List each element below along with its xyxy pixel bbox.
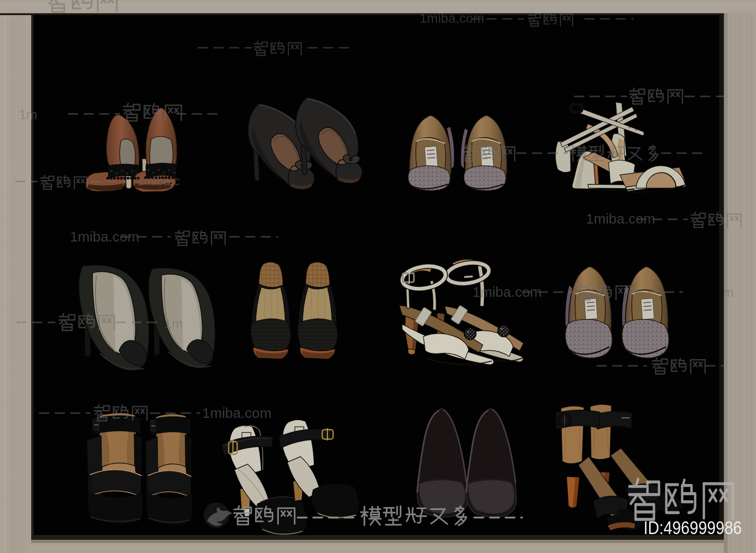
- svg-text:1miba.com: 1miba.com: [202, 405, 272, 421]
- svg-text:1m: 1m: [19, 107, 37, 122]
- svg-text:m: m: [723, 285, 734, 300]
- svg-text:ID:496999986: ID:496999986: [644, 518, 742, 538]
- svg-text:1m: 1m: [164, 316, 183, 331]
- svg-text:1miba.c: 1miba.c: [137, 174, 180, 188]
